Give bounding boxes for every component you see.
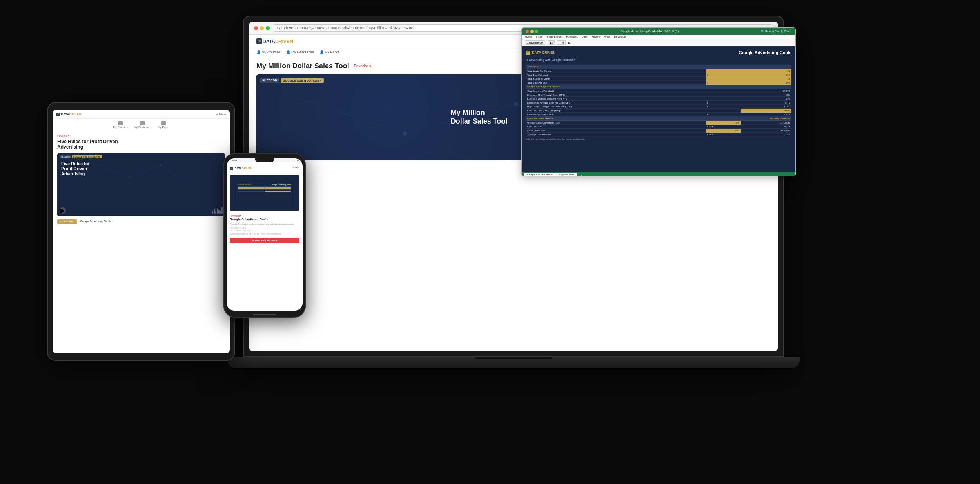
tab-nav-resources[interactable]: My Resources [134,121,152,129]
dd-logo-driven: DRIVEN [275,38,293,44]
browser-dots [254,26,270,30]
laptop-device: datadrivenu.com/my-courses/google-ads-bo… [243,16,784,388]
ph-battery: 79% [296,159,299,162]
tab-resource-name: Google Advertising Goals [80,220,111,223]
table-section-keyword: Google Ads Keyword Metrics [526,85,791,89]
excel-tabs: Google Ads ROI Model Keyword Data + [522,172,795,176]
close-dot[interactable] [254,26,258,30]
sub-my-resources[interactable]: 👤 My Resources [286,50,314,54]
sub-my-courses[interactable]: 👤 My Courses [256,50,281,54]
tablet-screen: ① DATADRIVEN ≡ Menu My Courses [53,110,230,353]
tab-download-btn[interactable]: DOWNLOAD [57,219,77,224]
laptop-base [227,357,800,368]
phone-notch [255,158,274,162]
table-row: Total Searches Per Month 36,770 [526,89,791,93]
tab-resource: DOWNLOAD Google Advertising Goals [57,219,225,224]
favorite-btn[interactable]: Favorite ♥ [354,64,372,68]
tab-video[interactable]: ①LESSON GOOGLE ADS BOOTCAMP Five Rules f… [57,153,225,216]
excel-menu-data[interactable]: Data [582,35,588,38]
ph-resource-desc: Pinpoint all-in budget numbers for adver… [230,223,299,226]
lesson-tag: ①LESSON GOOGLE ADS BOOTCAMP [260,78,324,83]
excel-menu-formulas[interactable]: Formulas [566,35,578,38]
svg-line-0 [294,96,405,134]
table-row: Low Range Average Cost Per Click (CPC) $… [526,101,791,105]
excel-add-sheet[interactable]: + [577,173,585,176]
video-title-line2: Dollar Sales Tool [451,117,508,126]
excel-logo: ① DATA DRIVEN [526,51,555,55]
phone-home-indicator[interactable] [253,314,276,315]
ph-resource-title: Google Advertising Goals [230,218,299,222]
table-row: Cost Per Click (CPC) Weighting 100% [526,109,791,113]
excel-menu-review[interactable]: Review [592,35,601,38]
maximize-dot[interactable] [266,26,270,30]
page-title: My Million Dollar Sales Tool [256,62,349,70]
excel-note: Note: You can change any variable value … [526,138,791,140]
ph-resource-section: Favorited ♥ Google Advertising Goals Pin… [227,213,303,245]
minimize-dot[interactable] [260,26,264,30]
bootcamp-badge: GOOGLE ADS BOOTCAMP [281,78,323,83]
excel-titlebar: Google-Advertising-Goals-Model-2019 (1) … [522,28,795,35]
phone-device: 7:30 AM 79% ① DATADRIVEN ≡ Menu [223,153,306,318]
formula-bar-cell[interactable]: T46 [557,40,566,45]
svg-point-14 [129,176,130,178]
excel-window: Google-Advertising-Goals-Model-2019 (1) … [521,27,796,176]
table-row: High Range Average Cost Per Click (CPC) … [526,105,791,109]
tab-lesson-tag: ①LESSON GOOGLE ADS BOOTCAMP [60,156,102,158]
formula-bar-icon: fx [568,41,570,44]
table-row: Website Lead Conversion Rate 5% 37 Leads [526,121,791,125]
table-row: Total Cost Per Lead $ 250 [526,73,791,77]
dd-logo-icon: ① [256,38,262,44]
excel-menubar: Home Insert Page Layout Formulas Data Re… [522,35,795,39]
excel-filename: Google-Advertising-Goals-Model-2019 (1) [621,29,679,33]
ph-time: 7:30 AM [230,159,237,162]
table-section-your-goals: Your Goals [526,65,791,69]
tab-nav-courses[interactable]: My Courses [113,121,127,129]
toolbar-font[interactable]: Calibri (Body) [525,40,545,45]
ph-header: ① DATADRIVEN ≡ Menu [227,162,303,173]
excel-tab-keyword[interactable]: Keyword Data [556,173,577,176]
excel-menu-home[interactable]: Home [525,35,532,38]
excel-share-btn[interactable]: Share [784,30,791,33]
tab-nav-perks[interactable]: My Perks [158,121,169,129]
excel-menu-developer[interactable]: Developer [614,35,627,38]
tab-play-btn[interactable]: ▶ [60,207,66,214]
tab-menu-btn[interactable]: ≡ Menu [216,113,226,116]
phone-screen: 7:30 AM 79% ① DATADRIVEN ≡ Menu [227,158,303,311]
excel-tab-roi[interactable]: Google Ads ROI Model [524,173,556,176]
tab-audio-bars [212,207,223,214]
svg-line-11 [90,161,129,177]
tablet-device: ① DATADRIVEN ≡ Menu My Courses [47,102,235,361]
sub-my-perks[interactable]: 👤 My Perks [319,50,339,54]
table-row: Total Sales Per Month 10 [526,77,791,81]
tab-logo: ① DATADRIVEN [56,112,81,116]
ph-access-btn[interactable]: Access This Resource [230,238,299,243]
heart-icon: ♥ [369,64,372,68]
table-row: Expected Click Through Rate (CTR) 2% [526,93,791,97]
excel-subtitle: Is advertising with Google realistic? [526,58,791,62]
toolbar-size[interactable]: 12 [548,40,555,45]
tab-header: ① DATADRIVEN ≡ Menu [53,110,230,119]
ph-video[interactable]: ① DATA DRIVEN Google Advertising Goals [230,175,299,211]
table-row: Total Leads Per Month 20 [526,69,791,73]
svg-line-13 [161,165,192,189]
excel-menu-insert[interactable]: Insert [536,35,543,38]
phone-body: 7:30 AM 79% ① DATADRIVEN ≡ Menu [223,153,306,318]
table-row: Average Cost Per Sale $ 467 32.87 [526,133,791,136]
excel-menu-pagelayout[interactable]: Page Layout [547,35,562,38]
ph-menu-btn[interactable]: ≡ Menu [293,166,299,169]
tab-favorite[interactable]: Favorite ♥ [57,135,225,137]
ph-favorite[interactable]: Favorited ♥ [230,215,299,217]
favorite-label: Favorite [354,64,368,68]
tab-page-title: Five Rules for Profit Driven Advertising [57,139,225,150]
excel-menu-view[interactable]: View [604,35,610,38]
excel-toolbar: Calibri (Body) 12 T46 fx [522,39,795,46]
excel-title: Google Advertising Goals [739,50,791,55]
excel-header: ① DATA DRIVEN Google Advertising Goals [526,50,791,55]
ph-meta: File Size: 4.0.1 KB Last Updated: Thu, 2… [230,227,299,236]
excel-table: Your Goals Total Leads Per Month 20 Tota… [526,65,791,136]
dd-logo-data: DATA [263,38,275,44]
svg-line-12 [129,165,161,177]
tab-nav: My Courses My Resources My Perks [53,119,230,131]
video-title-line1: My Million [451,109,508,117]
excel-search-icon[interactable]: 🔍 Search Sheet [761,30,782,33]
